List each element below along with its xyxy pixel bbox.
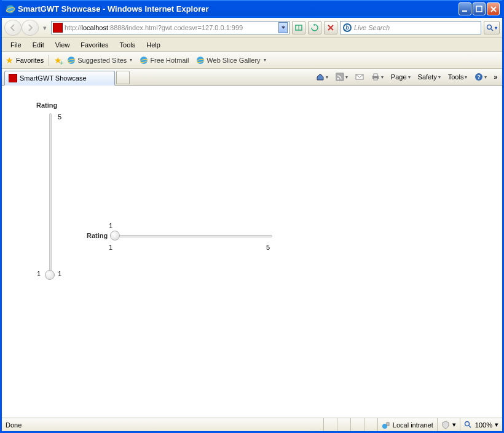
- search-go-button[interactable]: ▾: [484, 21, 500, 34]
- vertical-slider-value: 1: [37, 270, 41, 277]
- protected-mode[interactable]: ▾: [437, 418, 460, 431]
- address-bar[interactable]: http://localhost:8888/index.html?gwt.cod…: [51, 21, 289, 34]
- command-bar: ▾ ▾ ▾ Page▾ Safety▾ Tools▾ ?▾ »: [313, 70, 500, 85]
- new-tab-button[interactable]: [116, 71, 130, 84]
- svg-point-17: [337, 78, 339, 80]
- help-button[interactable]: ?▾: [471, 70, 490, 84]
- svg-rect-25: [387, 423, 389, 426]
- status-bar: Done Local intranet ▾ 100% ▾: [2, 418, 502, 431]
- menu-help[interactable]: Help: [141, 40, 165, 50]
- page-menu[interactable]: Page▾: [388, 70, 414, 84]
- menu-view[interactable]: View: [50, 40, 75, 50]
- horizontal-slider-max: 5: [266, 244, 270, 251]
- window-buttons: [459, 2, 500, 15]
- address-dropdown-icon[interactable]: [278, 22, 288, 33]
- search-box[interactable]: b Live Search: [340, 21, 481, 34]
- feeds-button[interactable]: ▾: [333, 70, 351, 84]
- add-favorite-icon[interactable]: ★+: [54, 55, 62, 65]
- svg-point-26: [465, 421, 469, 426]
- svg-rect-2: [462, 10, 467, 12]
- horizontal-slider-value: 1: [109, 222, 112, 229]
- magnifier-icon: [486, 24, 494, 31]
- menu-edit[interactable]: Edit: [28, 40, 49, 50]
- separator: [49, 55, 49, 66]
- zoom-control[interactable]: 100% ▾: [460, 418, 502, 431]
- rss-icon: [336, 73, 344, 81]
- tab-favicon-icon: [9, 74, 17, 82]
- star-icon: ★: [6, 55, 14, 65]
- safety-menu[interactable]: Safety▾: [415, 70, 444, 84]
- menu-tools[interactable]: Tools: [115, 40, 141, 50]
- menu-favorites[interactable]: Favorites: [76, 40, 113, 50]
- vertical-slider-max: 5: [58, 113, 61, 121]
- home-button[interactable]: ▾: [313, 70, 331, 84]
- menu-bar: File Edit View Favorites Tools Help: [2, 38, 502, 52]
- status-panel-3: [350, 418, 364, 431]
- stop-button[interactable]: [324, 21, 337, 34]
- tools-menu[interactable]: Tools▾: [445, 70, 471, 84]
- window-title: SmartGWT Showcase - Windows Internet Exp…: [18, 4, 459, 14]
- mail-icon: [355, 73, 364, 81]
- ie-favicon-icon: [196, 56, 205, 65]
- printer-icon: [371, 73, 380, 81]
- status-text: Done: [2, 421, 323, 429]
- browser-window: SmartGWT Showcase - Windows Internet Exp…: [0, 0, 504, 433]
- svg-line-27: [469, 426, 471, 427]
- horizontal-slider-track[interactable]: [112, 235, 272, 237]
- site-icon: [53, 23, 63, 33]
- svg-line-9: [491, 29, 493, 31]
- compat-view-button[interactable]: [292, 21, 305, 34]
- favorites-label[interactable]: Favorites: [16, 57, 44, 64]
- web-slice-link[interactable]: Web Slice Gallery▾: [194, 55, 268, 66]
- horizontal-slider-thumb[interactable]: [110, 231, 120, 240]
- forward-button[interactable]: [22, 20, 39, 36]
- vertical-slider-min: 1: [58, 270, 61, 277]
- url-text: http://localhost:8888/index.html?gwt.cod…: [65, 24, 278, 31]
- vertical-slider-thumb[interactable]: [45, 270, 55, 280]
- bing-icon: b: [343, 23, 352, 32]
- tab-bar: SmartGWT Showcase ▾ ▾ ▾ Page▾ Safety▾ To…: [2, 69, 502, 85]
- suggested-sites-link[interactable]: Suggested Sites▾: [65, 55, 135, 66]
- nav-toolbar: ▾ http://localhost:8888/index.html?gwt.c…: [2, 18, 502, 38]
- ie-favicon-icon: [140, 56, 148, 65]
- svg-point-8: [487, 25, 492, 30]
- ie-logo-icon: [6, 4, 15, 14]
- menu-file[interactable]: File: [6, 40, 26, 50]
- svg-text:?: ?: [478, 74, 481, 80]
- security-zone[interactable]: Local intranet: [377, 418, 437, 431]
- free-hotmail-link[interactable]: Free Hotmail: [137, 55, 191, 66]
- title-bar: SmartGWT Showcase - Windows Internet Exp…: [2, 0, 502, 18]
- back-button[interactable]: [4, 20, 22, 36]
- ie-favicon-icon: [67, 56, 76, 65]
- overflow-button[interactable]: »: [491, 74, 500, 81]
- horizontal-slider-min: 1: [109, 244, 112, 251]
- vertical-slider-track[interactable]: [49, 113, 52, 276]
- shield-icon: [441, 421, 450, 429]
- refresh-button[interactable]: [308, 21, 321, 34]
- home-icon: [316, 73, 325, 81]
- status-panel-4: [364, 418, 377, 431]
- tab-active[interactable]: SmartGWT Showcase: [4, 71, 115, 85]
- page-content: Rating 5 1 1 1 Rating 1 5: [2, 85, 502, 418]
- search-placeholder: Live Search: [354, 24, 390, 31]
- close-button[interactable]: [487, 2, 500, 15]
- svg-rect-20: [374, 74, 377, 76]
- maximize-button[interactable]: [473, 2, 486, 15]
- help-icon: ?: [474, 73, 483, 81]
- status-panel-2: [337, 418, 350, 431]
- zoom-icon: [464, 421, 473, 429]
- intranet-icon: [382, 421, 390, 429]
- svg-rect-3: [476, 6, 482, 12]
- read-mail-button[interactable]: [352, 70, 367, 84]
- tab-title: SmartGWT Showcase: [20, 74, 87, 82]
- svg-rect-21: [374, 78, 377, 80]
- nav-history-dropdown[interactable]: ▾: [41, 24, 49, 32]
- horizontal-slider-label: Rating: [87, 232, 108, 239]
- svg-text:b: b: [345, 25, 349, 31]
- vertical-slider-label: Rating: [36, 101, 57, 109]
- minimize-button[interactable]: [459, 2, 471, 15]
- print-button[interactable]: ▾: [368, 70, 387, 84]
- favorites-bar: ★ Favorites ★+ Suggested Sites▾ Free Hot…: [2, 52, 502, 69]
- status-panel-1: [323, 418, 337, 431]
